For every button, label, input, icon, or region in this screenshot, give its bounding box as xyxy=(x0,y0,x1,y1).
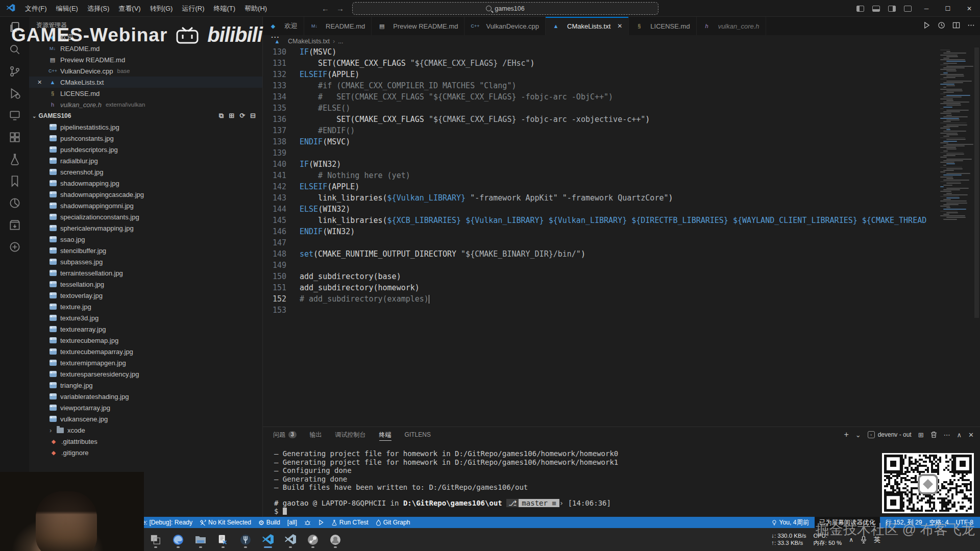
code-line-153[interactable]: 153 xyxy=(263,306,980,317)
debug-button[interactable] xyxy=(301,517,314,528)
panel-tab-gitlens[interactable]: GITLENS xyxy=(405,427,431,442)
indentation[interactable]: 空格: 4 xyxy=(926,517,952,528)
ctest-button[interactable]: Run CTest xyxy=(328,517,372,528)
panel-tab-问题[interactable]: 问题3 xyxy=(273,427,297,442)
file-item-variablerateshading-jpg[interactable]: variablerateshading.jpg xyxy=(29,391,262,402)
menu-文件-f[interactable]: 文件(F) xyxy=(20,0,52,17)
open-editor-readme-md[interactable]: M↓README.md xyxy=(29,43,262,54)
file-item-screenshot-jpg[interactable]: screenshot.jpg xyxy=(29,166,262,178)
nav-back-button[interactable]: ← xyxy=(322,4,329,13)
section-header-games106[interactable]: ⌄ GAMES106 ⧉⊞⟳⊟ xyxy=(29,110,262,121)
file-item-triangle-jpg[interactable]: triangle.jpg xyxy=(29,380,262,391)
code-line-134[interactable]: 134 # SET(CMAKE_CXX_FLAGS "${CMAKE_CXX_F… xyxy=(263,92,980,104)
screen-reader-chip[interactable]: 已为屏幕阅读器优化 xyxy=(815,517,880,528)
terminal-instance[interactable]: › devenv - out xyxy=(868,431,912,438)
file-item-tessellation-jpg[interactable]: tessellation.jpg xyxy=(29,279,262,290)
menu-运行-r[interactable]: 运行(R) xyxy=(177,0,209,17)
code-line-137[interactable]: 137 #ENDIF() xyxy=(263,126,980,137)
file-explorer-icon[interactable] xyxy=(193,531,208,548)
code-line-143[interactable]: 143 link_libraries(${Vulkan_LIBRARY} "-f… xyxy=(263,193,980,205)
terminal-output[interactable]: — Generating project file for homework i… xyxy=(263,442,980,516)
file-item-subpasses-jpg[interactable]: subpasses.jpg xyxy=(29,256,262,267)
steam-icon[interactable] xyxy=(305,531,321,548)
menu-查看-v[interactable]: 查看(V) xyxy=(114,0,145,17)
source-control-icon[interactable] xyxy=(8,65,21,78)
code-line-149[interactable]: 149 xyxy=(263,261,980,272)
explorer-icon[interactable] xyxy=(8,21,21,34)
file-item-gitattributes[interactable]: ◆.gitattributes xyxy=(29,436,262,447)
cursor-position[interactable]: 行 152, 列 29 xyxy=(882,517,926,528)
restore-button[interactable]: ☐ xyxy=(937,0,959,17)
open-editor-preview-readme-md[interactable]: ▤Preview README.md xyxy=(29,54,262,65)
file-item-specializationconstants-jpg[interactable]: specializationconstants.jpg xyxy=(29,211,262,222)
stats-icon[interactable] xyxy=(8,196,21,210)
toggle-secondary-sidebar-icon[interactable] xyxy=(888,6,896,12)
search-icon[interactable] xyxy=(8,43,21,56)
terminal-dropdown-icon[interactable]: ⌄ xyxy=(855,431,861,439)
code-line-151[interactable]: 151add_subdirectory(homework) xyxy=(263,283,980,294)
file-item-radialblur-jpg[interactable]: radialblur.jpg xyxy=(29,155,262,166)
build-button[interactable]: ⚙Build xyxy=(255,517,284,528)
file-item-texturesparseresidency-jpg[interactable]: texturesparseresidency.jpg xyxy=(29,368,262,380)
file-item-xcode[interactable]: ›xcode xyxy=(29,424,262,436)
close-editor-icon[interactable]: ✕ xyxy=(37,79,42,86)
timeline-icon[interactable] xyxy=(938,21,945,31)
edge-icon[interactable] xyxy=(170,531,186,548)
trash-icon[interactable] xyxy=(930,431,937,438)
git-graph-button[interactable]: Git Graph xyxy=(372,517,414,528)
code-line-144[interactable]: 144ELSE(WIN32) xyxy=(263,205,980,216)
code-line-142[interactable]: 142ELSEIF(APPLE) xyxy=(263,182,980,193)
tab-vulkandevice-cpp[interactable]: C++VulkanDevice.cpp xyxy=(464,17,546,35)
file-item-texture3d-jpg[interactable]: texture3d.jpg xyxy=(29,312,262,323)
tab-readme-md[interactable]: M↓README.md xyxy=(304,17,372,35)
extensions-icon[interactable] xyxy=(8,131,21,144)
code-line-152[interactable]: 152# add_subdirectory(examples) xyxy=(263,294,980,306)
file-item-texturecubemap-jpg[interactable]: texturecubemap.jpg xyxy=(29,335,262,346)
chat-app-icon[interactable] xyxy=(328,531,343,548)
toggle-sidebar-icon[interactable] xyxy=(856,6,864,12)
file-item-stencilbuffer-jpg[interactable]: stencilbuffer.jpg xyxy=(29,245,262,256)
file-item-shadowmappingomni-jpg[interactable]: shadowmappingomni.jpg xyxy=(29,200,262,211)
ime-indicator[interactable]: 英 xyxy=(874,535,880,544)
task-view-icon[interactable] xyxy=(148,531,163,548)
build-target[interactable]: [all] xyxy=(284,517,301,528)
snipping-tool-icon[interactable] xyxy=(215,531,231,548)
customize-layout-icon[interactable] xyxy=(904,6,912,12)
close-tab-icon[interactable]: ✕ xyxy=(617,22,622,30)
file-item-texturemipmapgen-jpg[interactable]: texturemipmapgen.jpg xyxy=(29,357,262,368)
vscode-secondary-icon[interactable] xyxy=(283,531,298,548)
code-line-146[interactable]: 146ENDIF(WIN32) xyxy=(263,227,980,238)
menu-帮助-h[interactable]: 帮助(H) xyxy=(240,0,272,17)
code-line-140[interactable]: 140IF(WIN32) xyxy=(263,160,980,171)
panel-tab-输出[interactable]: 输出 xyxy=(310,427,322,442)
tray-expand-icon[interactable]: ∧ xyxy=(849,536,853,543)
refresh-icon[interactable]: ⟳ xyxy=(239,112,245,120)
tab-vulkan-core-h[interactable]: hvulkan_core.h xyxy=(697,17,766,35)
file-item-shadowmapping-jpg[interactable]: shadowmapping.jpg xyxy=(29,178,262,189)
toggle-panel-icon[interactable] xyxy=(872,6,880,12)
file-item-texturecubemaparray-jpg[interactable]: texturecubemaparray.jpg xyxy=(29,346,262,357)
editor-scrollbar[interactable] xyxy=(973,47,980,427)
panel-tab-终端[interactable]: 终端 xyxy=(379,427,391,442)
launch-button[interactable] xyxy=(314,517,328,528)
code-line-136[interactable]: 136 SET(CMAKE_CXX_FLAGS "${CMAKE_CXX_FLA… xyxy=(263,115,980,126)
blame-info[interactable]: You, 4周前 xyxy=(768,517,813,528)
code-editor[interactable]: 130IF(MSVC)131 SET(CMAKE_CXX_FLAGS "${CM… xyxy=(263,47,980,427)
code-line-135[interactable]: 135 #ELSE() xyxy=(263,104,980,115)
file-item-pipelinestatistics-jpg[interactable]: pipelinestatistics.jpg xyxy=(29,121,262,133)
menu-选择-s[interactable]: 选择(S) xyxy=(83,0,114,17)
menu-转到-g[interactable]: 转到(G) xyxy=(145,0,178,17)
references-icon[interactable] xyxy=(8,240,21,254)
tab-欢迎[interactable]: ◆欢迎 xyxy=(263,17,304,35)
open-editor-vulkan-core-h[interactable]: hvulkan_core.hexternal\vulkan xyxy=(29,99,262,110)
close-button[interactable]: ✕ xyxy=(959,0,980,17)
file-item-pushdescriptors-jpg[interactable]: pushdescriptors.jpg xyxy=(29,144,262,155)
split-terminal-icon[interactable]: ⊞ xyxy=(918,431,924,439)
file-item-pushconstants-jpg[interactable]: pushconstants.jpg xyxy=(29,133,262,144)
file-item-vulkanscene-jpg[interactable]: vulkanscene.jpg xyxy=(29,413,262,424)
panel-tab-调试控制台[interactable]: 调试控制台 xyxy=(335,427,366,442)
file-item-viewportarray-jpg[interactable]: viewportarray.jpg xyxy=(29,402,262,413)
code-line-141[interactable]: 141 # Nothing here (yet) xyxy=(263,171,980,182)
command-center-search[interactable]: games106 xyxy=(352,2,658,15)
file-item-sphericalenvmapping-jpg[interactable]: sphericalenvmapping.jpg xyxy=(29,222,262,234)
